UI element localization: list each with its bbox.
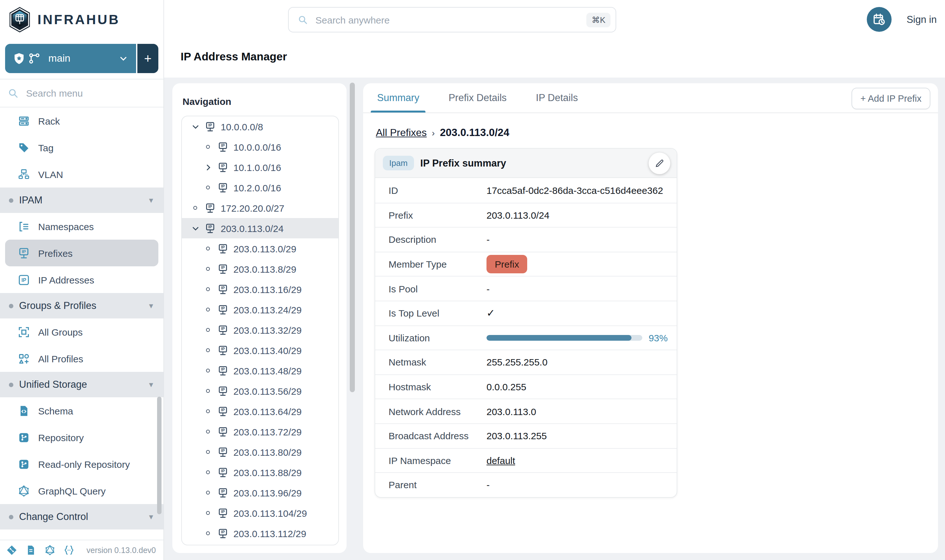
time-travel-button[interactable]	[867, 7, 892, 32]
tree-item-203-0-113-16-29[interactable]: IP203.0.113.16/29	[182, 279, 338, 299]
tree-item-10-1-0-0-16[interactable]: IP10.1.0.0/16	[182, 157, 338, 177]
svg-text:IP: IP	[221, 367, 225, 371]
tree-item-172-20-20-0-27[interactable]: IP172.20.20.0/27	[182, 198, 338, 218]
field-label: Broadcast Address	[375, 430, 487, 441]
svg-text:IP: IP	[221, 265, 225, 269]
tree-item-label: 203.0.113.24/29	[233, 304, 302, 315]
git-icon[interactable]	[6, 545, 17, 555]
sidebar-item-schema[interactable]: Schema	[0, 397, 163, 424]
chevron-down-icon: ▼	[148, 302, 154, 309]
leaf-circle-icon	[203, 142, 213, 151]
tree-item-203-0-113-88-29[interactable]: IP203.0.113.88/29	[182, 462, 338, 482]
shortcut-hint: ⌘K	[587, 12, 610, 27]
sidebar-item-prefixes[interactable]: IPPrefixes	[5, 240, 158, 266]
tree-item-203-0-113-72-29[interactable]: IP203.0.113.72/29	[182, 422, 338, 442]
sidebar-section-unified-storage[interactable]: Unified Storage▼	[0, 372, 163, 397]
field-row-is-top-level: Is Top Level✓	[375, 301, 677, 325]
tree-item-203-0-113-80-29[interactable]: IP203.0.113.80/29	[182, 442, 338, 462]
tree-item-label: 10.0.0.0/8	[220, 121, 263, 132]
sidebar-item-graphql-query[interactable]: GraphQL Query	[0, 477, 163, 504]
tree-item-203-0-113-96-29[interactable]: IP203.0.113.96/29	[182, 482, 338, 503]
tree-item-10-0-0-0-8[interactable]: IP10.0.0.0/8	[182, 116, 338, 137]
tree-item-203-0-113-64-29[interactable]: IP203.0.113.64/29	[182, 401, 338, 422]
branch-selector[interactable]: main	[5, 44, 136, 73]
tree-item-label: 10.1.0.0/16	[233, 162, 281, 172]
graphql-sandbox-icon[interactable]	[45, 545, 55, 555]
field-label: IP Namespace	[375, 455, 487, 466]
field-row-netmask: Netmask255.255.255.0	[375, 349, 677, 374]
ip-prefix-icon: IP	[217, 243, 228, 254]
svg-text:IP: IP	[208, 225, 212, 229]
tree-item-203-0-113-8-29[interactable]: IP203.0.113.8/29	[182, 259, 338, 279]
svg-text:IP: IP	[221, 346, 225, 351]
chevron-down-icon: ▼	[148, 196, 154, 204]
sidebar-item-namespaces[interactable]: Namespaces	[0, 213, 163, 240]
breadcrumb-all-prefixes-link[interactable]: All Prefixes	[376, 127, 427, 138]
tree-item-203-0-113-112-29[interactable]: IP203.0.113.112/29	[182, 523, 338, 543]
tab-summary[interactable]: Summary	[376, 83, 421, 112]
field-label: Netmask	[375, 357, 487, 368]
tree-item-203-0-113-48-29[interactable]: IP203.0.113.48/29	[182, 360, 338, 381]
tree-item-label: 203.0.113.8/29	[233, 263, 296, 274]
sidebar-search	[0, 80, 163, 108]
tree-item-203-0-113-32-29[interactable]: IP203.0.113.32/29	[182, 320, 338, 340]
sidebar-scrollbar[interactable]	[157, 397, 162, 514]
svg-text:IP: IP	[221, 306, 225, 310]
sidebar-item-repository[interactable]: Repository	[0, 424, 163, 451]
section-label: Change Control	[19, 511, 148, 523]
sidebar-item-read-only-repository[interactable]: Read-only Repository	[0, 451, 163, 477]
sidebar-section-groups-profiles[interactable]: Groups & Profiles▼	[0, 293, 163, 318]
sidebar-item-rack[interactable]: Rack	[0, 108, 163, 134]
sidebar-item-label: Tag	[38, 142, 53, 153]
ip-prefix-icon: IP	[217, 263, 228, 274]
tree-item-203-0-113-120-29[interactable]: IP203.0.113.120/29	[182, 543, 338, 545]
tree-item-203-0-113-56-29[interactable]: IP203.0.113.56/29	[182, 381, 338, 401]
svg-text:IP: IP	[221, 509, 225, 514]
sidebar-item-vlan[interactable]: VLAN	[0, 161, 163, 188]
breadcrumb-separator: ›	[432, 128, 435, 138]
tree-item-203-0-113-104-29[interactable]: IP203.0.113.104/29	[182, 503, 338, 523]
global-search-input[interactable]	[314, 14, 587, 26]
chevron-right-icon[interactable]	[203, 163, 213, 172]
field-row-hostmask: Hostmask0.0.0.255	[375, 374, 677, 399]
swagger-braces-icon[interactable]	[63, 545, 74, 555]
leaf-circle-icon	[203, 244, 213, 253]
add-branch-button[interactable]: +	[137, 44, 158, 73]
sidebar-item-ip-addresses[interactable]: IPIP Addresses	[0, 266, 163, 293]
add-ip-prefix-button[interactable]: + Add IP Prefix	[851, 88, 930, 109]
tree-item-203-0-113-24-29[interactable]: IP203.0.113.24/29	[182, 299, 338, 320]
content-scrollbar[interactable]	[350, 83, 355, 392]
tab-prefix-details[interactable]: Prefix Details	[447, 83, 508, 112]
git-branch-icon	[28, 52, 41, 65]
sign-in-button[interactable]: Sign in	[906, 0, 937, 39]
sidebar-search-input[interactable]	[25, 87, 156, 99]
ip-prefix-icon: IP	[205, 202, 216, 213]
namespaces-icon	[18, 220, 30, 232]
chevron-down-icon[interactable]	[191, 224, 200, 233]
sidebar-section-change-control[interactable]: Change Control▼	[0, 504, 163, 529]
namespace-link[interactable]: default	[487, 455, 515, 466]
tree-item-10-2-0-0-16[interactable]: IP10.2.0.0/16	[182, 177, 338, 198]
tree-item-10-0-0-0-16[interactable]: IP10.0.0.0/16	[182, 137, 338, 157]
tree-item-label: 10.0.0.0/16	[233, 142, 281, 152]
sidebar-item-all-groups[interactable]: All Groups	[0, 318, 163, 345]
search-icon	[298, 15, 308, 25]
leaf-circle-icon	[203, 325, 213, 334]
tab-ip-details[interactable]: IP Details	[535, 83, 579, 112]
edit-button[interactable]	[649, 152, 670, 174]
field-label: Network Address	[375, 406, 487, 417]
docs-icon[interactable]	[25, 545, 36, 555]
tree-item-203-0-113-0-24[interactable]: IP203.0.113.0/24	[182, 218, 338, 238]
utilization-bar	[487, 335, 642, 341]
sidebar-item-all-profiles[interactable]: All Profiles	[0, 345, 163, 372]
chevron-down-icon[interactable]	[191, 122, 200, 131]
ip-prefix-icon: IP	[217, 182, 228, 193]
ip-prefix-icon: IP	[217, 365, 228, 376]
sidebar-section-ipam[interactable]: IPAM▼	[0, 188, 163, 213]
field-value: 0.0.0.255	[487, 382, 526, 392]
tree-item-203-0-113-0-29[interactable]: IP203.0.113.0/29	[182, 238, 338, 259]
logo-row: INFRAHUB	[0, 0, 163, 39]
sidebar-item-tag[interactable]: Tag	[0, 134, 163, 161]
content-area: Navigation IP10.0.0.0/8IP10.0.0.0/16IP10…	[164, 78, 945, 560]
tree-item-203-0-113-40-29[interactable]: IP203.0.113.40/29	[182, 340, 338, 360]
